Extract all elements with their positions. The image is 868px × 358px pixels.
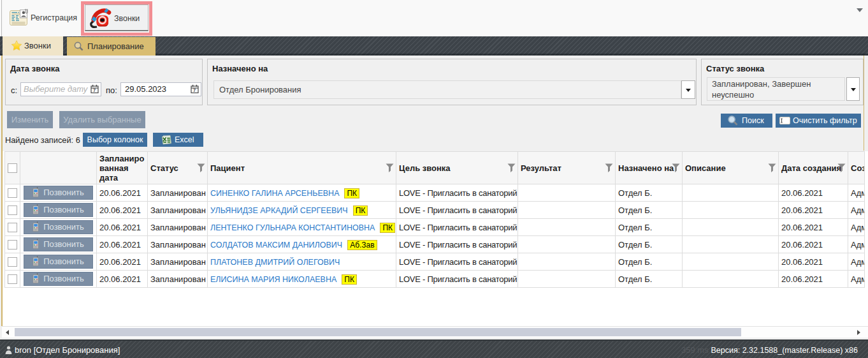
svg-text:7: 7 [93,87,96,93]
svg-text:7: 7 [193,87,196,93]
